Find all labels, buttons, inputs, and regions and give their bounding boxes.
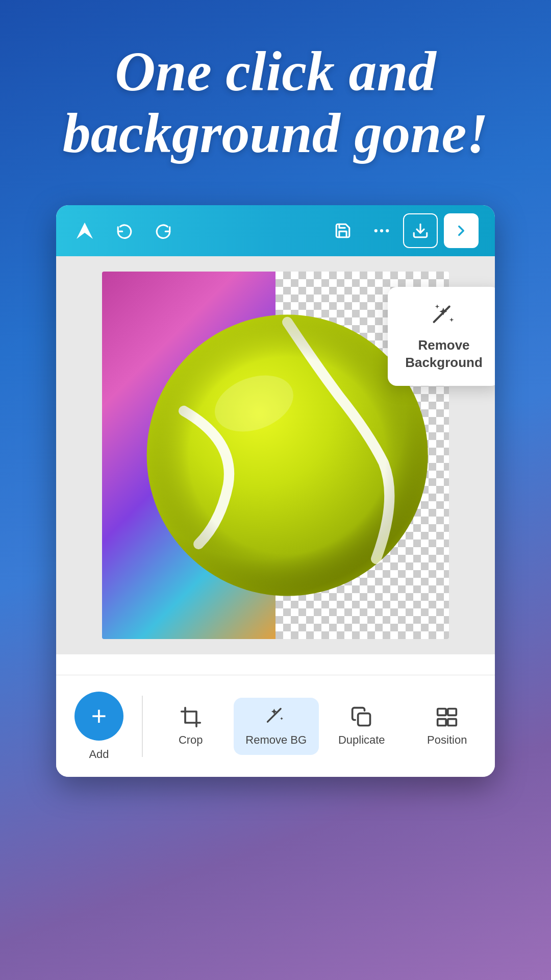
svg-marker-0 bbox=[77, 223, 93, 239]
svg-rect-10 bbox=[358, 713, 370, 725]
app-mockup: Remove Background + Add Crop bbox=[56, 205, 495, 777]
duplicate-icon bbox=[350, 706, 373, 728]
position-tool[interactable]: Position bbox=[405, 698, 490, 755]
crop-tool[interactable]: Crop bbox=[148, 698, 234, 755]
header-section: One click and background gone! bbox=[32, 41, 519, 164]
svg-point-2 bbox=[380, 229, 383, 232]
position-icon bbox=[436, 706, 458, 728]
remove-bg-tool[interactable]: Remove BG bbox=[234, 698, 319, 755]
undo-button[interactable] bbox=[107, 213, 142, 248]
app-toolbar bbox=[56, 205, 495, 256]
app-logo bbox=[70, 216, 99, 245]
duplicate-tool[interactable]: Duplicate bbox=[319, 698, 405, 755]
bottom-toolbar: + Add Crop Remove bbox=[56, 675, 495, 777]
svg-rect-13 bbox=[438, 719, 446, 725]
duplicate-label: Duplicate bbox=[338, 733, 385, 747]
svg-rect-11 bbox=[438, 708, 446, 715]
remove-background-label: Remove Background bbox=[405, 337, 483, 372]
add-tool-container[interactable]: + Add bbox=[61, 692, 137, 761]
send-button[interactable] bbox=[444, 213, 479, 248]
remove-bg-icon bbox=[265, 706, 287, 728]
more-button[interactable] bbox=[364, 213, 399, 248]
svg-point-1 bbox=[374, 229, 378, 232]
toolbar-separator bbox=[142, 696, 143, 757]
svg-rect-12 bbox=[448, 708, 457, 715]
canvas-area[interactable]: Remove Background bbox=[56, 256, 495, 654]
add-label: Add bbox=[89, 748, 109, 761]
svg-rect-14 bbox=[448, 719, 457, 725]
crop-icon bbox=[180, 706, 202, 728]
redo-button[interactable] bbox=[146, 213, 181, 248]
svg-point-6 bbox=[147, 315, 428, 596]
svg-point-3 bbox=[386, 229, 389, 232]
save-button[interactable] bbox=[325, 213, 360, 248]
crop-label: Crop bbox=[179, 733, 203, 747]
download-button[interactable] bbox=[403, 213, 438, 248]
remove-background-popup[interactable]: Remove Background bbox=[388, 287, 495, 386]
remove-bg-label: Remove BG bbox=[245, 733, 307, 747]
canvas-bottom-space bbox=[56, 654, 495, 675]
position-label: Position bbox=[427, 733, 467, 747]
add-button[interactable]: + bbox=[74, 692, 123, 741]
magic-wand-icon bbox=[431, 303, 457, 330]
svg-line-8 bbox=[434, 307, 449, 322]
header-title: One click and background gone! bbox=[63, 41, 488, 164]
